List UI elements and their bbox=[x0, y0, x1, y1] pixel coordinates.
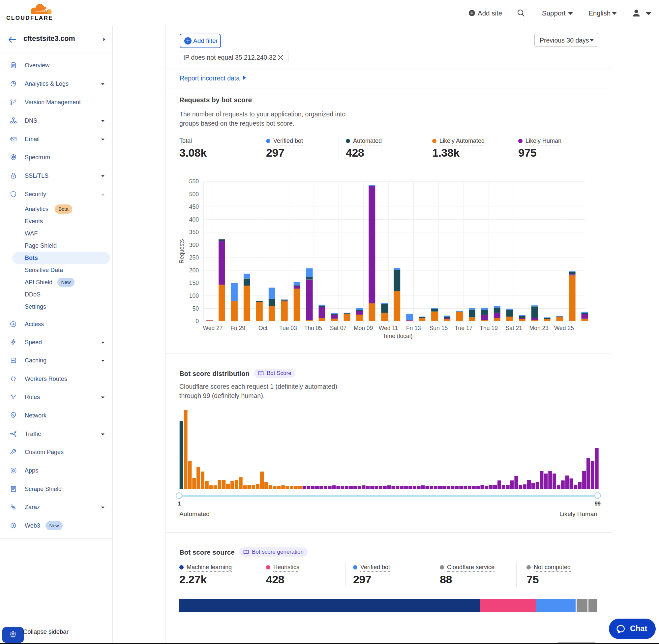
svg-text:0: 0 bbox=[195, 318, 199, 324]
svg-text:Time (local): Time (local) bbox=[383, 333, 413, 339]
svg-text:Tue 17: Tue 17 bbox=[455, 325, 473, 331]
svg-text:150: 150 bbox=[189, 280, 199, 286]
svg-text:Mon 09: Mon 09 bbox=[354, 325, 373, 331]
svg-text:100: 100 bbox=[189, 293, 199, 299]
svg-text:Thu 05: Thu 05 bbox=[304, 325, 322, 331]
svg-text:Tue 03: Tue 03 bbox=[279, 325, 297, 331]
svg-text:Sun 15: Sun 15 bbox=[429, 325, 448, 331]
svg-text:200: 200 bbox=[189, 267, 199, 274]
svg-text:300: 300 bbox=[189, 242, 199, 248]
svg-text:Oct: Oct bbox=[258, 325, 267, 331]
svg-text:Sat 07: Sat 07 bbox=[330, 325, 347, 331]
svg-text:Sat 21: Sat 21 bbox=[505, 325, 522, 331]
svg-text:Fri 29: Fri 29 bbox=[231, 325, 245, 331]
svg-text:Requests: Requests bbox=[178, 239, 185, 263]
svg-text:250: 250 bbox=[189, 254, 199, 261]
svg-text:Wed 25: Wed 25 bbox=[554, 325, 574, 331]
svg-text:Thu 19: Thu 19 bbox=[480, 325, 497, 331]
svg-text:50: 50 bbox=[192, 305, 199, 312]
svg-text:350: 350 bbox=[189, 229, 199, 235]
svg-text:Wed 27: Wed 27 bbox=[203, 325, 223, 331]
svg-text:Fri 13: Fri 13 bbox=[406, 325, 421, 331]
svg-text:550: 550 bbox=[189, 178, 199, 185]
svg-text:Mon 23: Mon 23 bbox=[529, 325, 548, 331]
svg-text:Wed 11: Wed 11 bbox=[379, 325, 398, 331]
svg-text:400: 400 bbox=[189, 216, 199, 223]
svg-text:450: 450 bbox=[189, 204, 199, 210]
svg-text:500: 500 bbox=[189, 191, 199, 198]
